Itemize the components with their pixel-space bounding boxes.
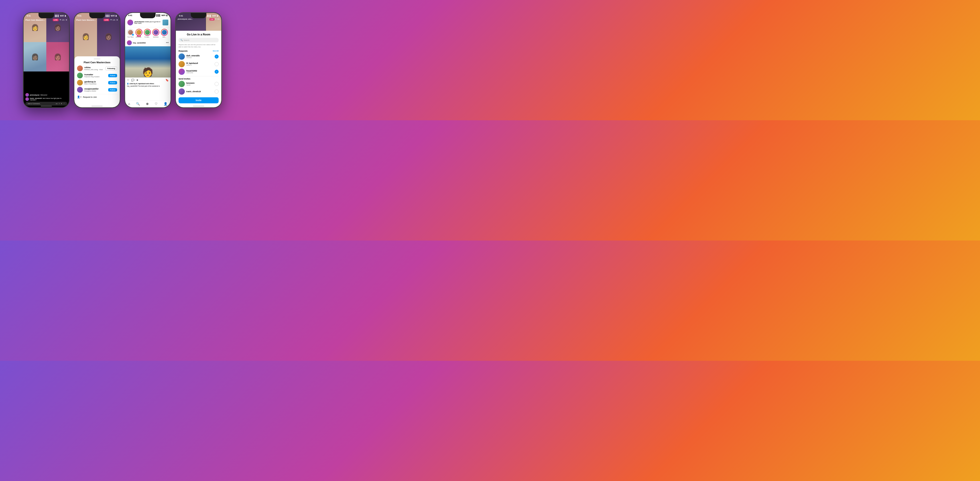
add-story-button[interactable]: + — [132, 33, 134, 36]
signal-2: ▌▌▌ — [106, 15, 110, 17]
comment-icons: ••• ? ✈ ♡ — [56, 103, 65, 105]
signal-icons-2: ▌▌▌ WiFi ▮ — [106, 15, 117, 17]
close-button-2[interactable]: ✕ — [116, 19, 118, 21]
live-notification: photosbyean invited you to go live in th… — [125, 18, 170, 27]
chat-text-1: photosbyean Welcome! — [30, 94, 47, 96]
close-button-1[interactable]: ✕ — [65, 19, 67, 21]
notif-text: photosbyean invited you to go live in th… — [134, 21, 161, 24]
section-divider — [178, 76, 219, 76]
activity-nav-button[interactable]: ♡ — [155, 102, 158, 105]
search-input[interactable]: Search — [184, 39, 217, 41]
time-4: 9:41 — [179, 15, 183, 17]
request-avatar-1 — [178, 53, 185, 60]
following-button[interactable]: Following — [105, 67, 117, 70]
host-avatar-3 — [77, 80, 83, 86]
home-indicator-2 — [92, 106, 103, 107]
time-2: 9:41 — [78, 15, 81, 17]
live-badge-story-2: LIVE — [137, 35, 141, 37]
masterclass-screen: 9:41 ▌▌▌ WiFi ▮ Plant Care Masterc... LI… — [74, 13, 120, 107]
post-more-button[interactable]: ••• — [166, 41, 169, 44]
host-row-1: rohina Rohina | AA Living · Host Followi… — [77, 65, 117, 71]
check-3[interactable]: ✓ — [215, 70, 219, 74]
phone-1: 9:41 ▌▌▌ WiFi ▮ Plant Care Masterc... LI… — [23, 12, 70, 108]
home-nav-button[interactable]: ⌂ — [128, 102, 130, 105]
host-row-3: gardenup.in Ekta Chaudhary Follow — [77, 80, 117, 86]
request-join-row[interactable]: 👤+ Request to Join — [77, 94, 117, 99]
profile-nav-button[interactable]: 👤 — [164, 102, 167, 105]
home-indicator — [41, 106, 52, 107]
home-indicator-4 — [193, 106, 204, 107]
viewer-count-1: 👁 12k — [59, 19, 65, 21]
wifi-icon: WiFi — [60, 15, 64, 17]
invite-sub-1: Sarah — [186, 84, 213, 86]
check-1[interactable]: ✓ — [215, 54, 219, 59]
add-comment-placeholder: Add a Comment... — [28, 103, 54, 105]
go-live-screen: 9:41 ▌▌▌ WiFi ▮ photosbyean_amo... LIVE … — [176, 13, 221, 107]
story-ring-4 — [152, 29, 159, 36]
battery-4: ▮ — [217, 15, 218, 17]
viewer-count-2: 👁 12k — [110, 19, 115, 21]
bookmark-button[interactable]: 🔖 — [165, 79, 169, 82]
invite-info-1: kenzoere Sarah — [186, 82, 213, 86]
panel-title: Plant Care Masterclass — [77, 61, 117, 64]
help-icon[interactable]: ? — [59, 103, 60, 105]
see-all-button[interactable]: See All — [213, 50, 219, 52]
go-live-search[interactable]: 🔍 Search — [178, 38, 219, 42]
follow-button-2[interactable]: Follow — [108, 74, 117, 77]
request-name-3: heyach2002 — [186, 70, 213, 72]
host-name-1: rohina — [84, 66, 104, 68]
search-nav-button[interactable]: 🔍 — [136, 102, 140, 105]
invite-button[interactable]: Invite — [178, 97, 219, 104]
request-info-1: dark_emeralds Jessica — [186, 54, 213, 58]
host-avatar-1 — [77, 65, 83, 71]
face-4: 👩🏽 — [46, 42, 69, 71]
host-info-4: essajeesatelier Essajees Atelier — [84, 88, 107, 92]
status-bar-4: 9:41 ▌▌▌ WiFi ▮ — [176, 13, 221, 18]
like-button[interactable]: ♡ — [127, 79, 129, 82]
comment-bar[interactable]: Add a Comment... ••• ? ✈ ♡ — [25, 102, 67, 105]
dots-icon[interactable]: ••• — [56, 103, 57, 105]
battery-2: ▮ — [116, 15, 117, 17]
heart-icon[interactable]: ♡ — [64, 103, 65, 105]
story-item-2[interactable]: LIVE photosby... — [135, 29, 143, 38]
host-sub-3: Ekta Chaudhary — [84, 83, 107, 85]
story-item-your[interactable]: + Your Story — [127, 29, 134, 38]
invite-row-1: kenzoere Sarah — [178, 81, 219, 87]
check-2[interactable] — [215, 62, 219, 66]
comment-button[interactable]: 💬 — [131, 79, 134, 82]
live-badge-1: LIVE — [53, 19, 59, 21]
invite-name-1: kenzoere — [186, 82, 213, 84]
invite-check-1[interactable] — [215, 82, 219, 86]
time-3: 9:41 — [128, 14, 132, 16]
invite-avatar-2 — [178, 88, 185, 95]
status-bar-3: 9:41 ▌▌▌ WiFi ▮ — [125, 13, 170, 18]
story-item-5[interactable]: dark_. — [161, 29, 168, 38]
request-row-1: dark_emeralds Jessica ✓ — [178, 53, 219, 60]
status-bar-1: 9:41 ▌▌▌ WiFi ▮ — [24, 13, 69, 18]
host-row-2: trumatter Rukmini Ray Kadam Follow — [77, 73, 117, 78]
invite-check-2[interactable] — [215, 89, 219, 94]
follow-button-3[interactable]: Follow — [108, 81, 117, 84]
battery-3: ▮ — [166, 14, 167, 16]
likes-text: Liked by lil_lapislazuli and others — [129, 83, 154, 84]
story-item-3[interactable]: lil_lapis... — [144, 29, 151, 38]
chat-username-1: photosbyean — [30, 94, 40, 96]
story-item-4[interactable]: kenzoere — [152, 29, 159, 38]
send-icon[interactable]: ✈ — [61, 103, 62, 105]
phone-1-screen: 9:41 ▌▌▌ WiFi ▮ Plant Care Masterc... LI… — [24, 13, 69, 107]
host-info-3: gardenup.in Ekta Chaudhary — [84, 81, 107, 85]
share-button[interactable]: ✈ — [136, 79, 138, 82]
p4-user-label: photosbyean_amo... — [178, 18, 210, 20]
follow-button-4[interactable]: Follow — [108, 88, 117, 92]
request-info-3: heyach2002 Jeannette — [186, 70, 213, 73]
notif-avatar — [127, 19, 133, 25]
chat-text-2: travis_shreds18 best indoor low light pl… — [30, 97, 67, 101]
live-title-1: Plant Care Masterc... — [25, 19, 53, 21]
host-avatar-4 — [77, 87, 83, 92]
phone-2-screen: 9:41 ▌▌▌ WiFi ▮ Plant Care Masterc... LI… — [74, 13, 120, 107]
go-live-title: Go Live in a Room — [178, 33, 219, 36]
post-likes: 👤 Liked by lil_lapislazuli and others — [125, 83, 170, 85]
request-name-1: dark_emeralds — [186, 54, 213, 57]
create-nav-button[interactable]: ⊕ — [146, 102, 149, 105]
host-sub-4: Essajees Atelier — [84, 90, 107, 92]
